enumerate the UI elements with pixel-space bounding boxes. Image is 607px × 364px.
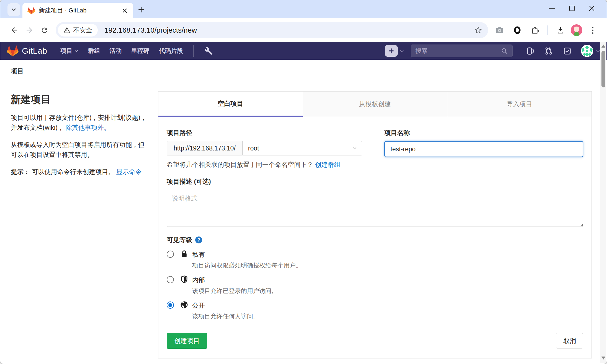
project-description-label: 项目描述 (可选) xyxy=(167,177,583,186)
page-title: 新建项目 xyxy=(11,93,148,106)
downloads-button[interactable] xyxy=(553,23,568,38)
merge-request-icon xyxy=(545,47,553,55)
create-group-link[interactable]: 创建群组 xyxy=(315,161,340,168)
nav-item-milestones[interactable]: 里程碑 xyxy=(131,47,149,55)
download-icon xyxy=(556,26,565,34)
gitlab-tanuki-icon xyxy=(7,45,19,56)
new-project-card: 空白项目 从模板创建 导入项目 项目路径 http://192.168.173.… xyxy=(158,91,592,358)
back-button[interactable] xyxy=(7,23,22,38)
sidebar-tip: 提示： 可以使用命令行来创建项目。 显示命令 xyxy=(11,167,148,177)
gitlab-wordmark: GitLab xyxy=(22,46,47,56)
visibility-label: 可见等级 xyxy=(167,236,192,244)
shield-icon xyxy=(180,275,188,284)
plus-icon xyxy=(388,48,394,54)
internal-radio[interactable] xyxy=(167,276,174,283)
project-name-label: 项目名称 xyxy=(384,129,583,137)
new-dropdown-button[interactable] xyxy=(385,45,404,57)
todos-button[interactable] xyxy=(563,47,571,55)
browser-tab[interactable]: 新建项目 · GitLab xyxy=(22,3,133,18)
tab-blank-project[interactable]: 空白项目 xyxy=(158,92,303,117)
ring-icon xyxy=(513,26,521,34)
browser-window: 新建项目 · GitLab xyxy=(0,0,607,364)
project-type-tabs: 空白项目 从模板创建 导入项目 xyxy=(158,92,591,117)
nav-item-activity[interactable]: 活动 xyxy=(109,47,122,55)
reload-button[interactable] xyxy=(37,23,52,38)
namespace-help: 希望将几个相关联的项目放置于同一个命名空间下？ 创建群组 xyxy=(167,160,362,169)
private-radio[interactable] xyxy=(167,251,174,258)
nav-item-snippets[interactable]: 代码片段 xyxy=(159,47,183,55)
tab-import-project[interactable]: 导入项目 xyxy=(447,92,591,117)
chevron-down-icon xyxy=(352,146,357,151)
namespace-select[interactable]: root xyxy=(242,141,362,155)
todo-check-icon xyxy=(563,47,571,55)
window-controls xyxy=(542,0,602,17)
navbar-divider xyxy=(193,45,194,57)
project-description-textarea[interactable] xyxy=(167,190,583,227)
tab-create-from-template[interactable]: 从模板创建 xyxy=(303,92,447,117)
browser-tab-strip: 新建项目 · GitLab xyxy=(0,0,607,18)
search-icon xyxy=(501,48,508,54)
show-command-link[interactable]: 显示命令 xyxy=(116,168,142,175)
bookmark-star-icon[interactable] xyxy=(474,26,482,34)
tab-title: 新建项目 · GitLab xyxy=(39,6,117,15)
forward-icon xyxy=(25,26,34,34)
security-label: 不安全 xyxy=(73,26,92,35)
ring-extension-button[interactable] xyxy=(510,23,525,38)
gitlab-logo[interactable]: GitLab xyxy=(7,45,47,56)
extensions-button[interactable] xyxy=(528,23,542,38)
maximize-button[interactable] xyxy=(562,0,582,17)
browser-menu-button[interactable] xyxy=(585,23,600,38)
puzzle-icon xyxy=(531,26,539,34)
user-avatar[interactable] xyxy=(581,45,593,57)
visibility-option-public: 公开 该项目允许任何人访问。 xyxy=(167,301,583,321)
among-other-things-link[interactable]: 除其他事项外。 xyxy=(66,124,110,131)
back-icon xyxy=(10,26,19,34)
breadcrumb[interactable]: 项目 xyxy=(9,60,592,83)
public-radio[interactable] xyxy=(167,301,174,309)
globe-icon xyxy=(180,301,188,309)
scroll-down-arrow-icon[interactable] xyxy=(601,357,605,360)
security-chip[interactable]: 不安全 xyxy=(58,24,98,37)
nav-item-groups[interactable]: 群组 xyxy=(88,47,100,55)
identicon-avatar xyxy=(581,45,593,57)
visibility-option-private: 私有 项目访问权限必须明确授权给每个用户。 xyxy=(167,250,583,270)
wrench-icon xyxy=(204,47,213,55)
close-icon xyxy=(588,5,595,12)
tab-close-icon[interactable] xyxy=(120,6,129,15)
warning-icon xyxy=(63,27,70,33)
admin-area-button[interactable] xyxy=(204,47,213,55)
tab-search-button[interactable] xyxy=(7,3,20,16)
chevron-down-icon xyxy=(400,49,404,53)
issues-button[interactable] xyxy=(526,47,534,55)
new-tab-button[interactable] xyxy=(138,6,145,14)
issues-icon xyxy=(526,47,534,55)
maximize-icon xyxy=(569,6,575,11)
page-scrollbar[interactable] xyxy=(600,42,606,363)
chevron-down-icon xyxy=(11,7,17,12)
url-text[interactable]: 192.168.173.10/projects/new xyxy=(104,26,474,35)
nav-item-projects[interactable]: 项目 xyxy=(60,47,78,55)
project-path-label: 项目路径 xyxy=(167,129,362,137)
search-input[interactable] xyxy=(415,47,501,54)
help-question-icon[interactable]: ? xyxy=(195,236,202,243)
toolbar-divider xyxy=(547,25,548,35)
page-body: 项目 新建项目 项目可以用于存放文件(仓库)，安排计划(议题)，并发布文档(wi… xyxy=(0,60,607,364)
browser-toolbar: 不安全 192.168.173.10/projects/new xyxy=(0,18,607,42)
navbar-search[interactable] xyxy=(411,45,513,57)
new-project-form: 项目路径 http://192.168.173.10/ root 希望将几个相关… xyxy=(158,117,591,358)
scroll-up-arrow-icon[interactable] xyxy=(601,45,605,48)
minimize-button[interactable] xyxy=(542,0,562,17)
reload-icon xyxy=(40,26,48,34)
create-project-button[interactable]: 创建项目 xyxy=(167,333,207,349)
merge-requests-button[interactable] xyxy=(545,47,553,55)
gitlab-navbar: GitLab 项目 群组 活动 里程碑 代码片段 xyxy=(0,42,607,60)
close-button[interactable] xyxy=(582,0,602,17)
chevron-down-icon[interactable] xyxy=(596,49,600,53)
forward-button[interactable] xyxy=(22,23,37,38)
browser-profile-avatar[interactable] xyxy=(571,24,582,36)
address-bar[interactable]: 不安全 192.168.173.10/projects/new xyxy=(56,22,488,38)
cancel-button[interactable]: 取消 xyxy=(556,333,583,349)
camera-extension-button[interactable] xyxy=(492,23,507,38)
project-name-input[interactable] xyxy=(384,141,583,157)
scrollbar-thumb[interactable] xyxy=(601,51,605,87)
